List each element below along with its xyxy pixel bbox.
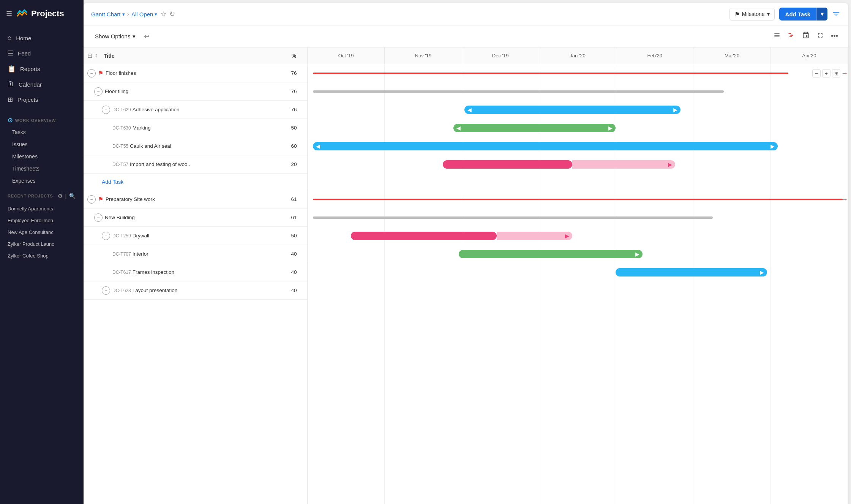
expand-dc-t623[interactable]: − bbox=[102, 286, 110, 295]
recent-projects-section: RECENT PROJECTS ⚙ | 🔍 bbox=[0, 187, 84, 201]
milestone-label: Milestone bbox=[742, 11, 765, 17]
sort-icon[interactable]: ↕ bbox=[95, 52, 98, 59]
expand-prep-site[interactable]: − bbox=[87, 195, 96, 204]
sidebar-item-home[interactable]: ⌂ Home bbox=[0, 30, 84, 46]
task-title: New Building bbox=[105, 215, 284, 220]
undo-button[interactable]: ↩ bbox=[142, 31, 151, 42]
filter-icon[interactable] bbox=[832, 9, 840, 19]
sidebar-item-tasks[interactable]: Tasks bbox=[0, 126, 84, 138]
bar-dc-t629[interactable]: ◀ ▶ bbox=[464, 106, 680, 114]
breadcrumb: Gantt Chart ▾ › All Open ▾ bbox=[91, 11, 157, 17]
add-task-button[interactable]: Add Task ▾ bbox=[779, 8, 827, 21]
bar-minus-btn[interactable]: − bbox=[812, 69, 821, 77]
task-title: Preparatory Site work bbox=[106, 196, 284, 202]
sidebar-item-issues[interactable]: Issues bbox=[0, 138, 84, 150]
bar-prep-site[interactable] bbox=[313, 199, 843, 200]
sidebar-item-milestones[interactable]: Milestones bbox=[0, 150, 84, 163]
bar-floor-tiling[interactable] bbox=[313, 90, 723, 93]
expand-floor-tiling[interactable]: − bbox=[94, 87, 103, 96]
add-task-main[interactable]: Add Task bbox=[779, 8, 816, 21]
expand-floor-finishes[interactable]: − bbox=[87, 69, 96, 77]
svg-rect-2 bbox=[789, 36, 792, 38]
expand-new-building[interactable]: − bbox=[94, 213, 103, 222]
recent-project-2[interactable]: New Age Consultanc bbox=[0, 226, 84, 238]
table-row: − Floor tiling 76 bbox=[84, 82, 307, 101]
gantt-months: Oct '19 Nov '19 Dec '19 Jan '20 Feb'20 M… bbox=[308, 47, 848, 64]
view-list-icon[interactable] bbox=[771, 29, 783, 43]
work-overview-section: ⊙ WORK OVERVIEW bbox=[0, 111, 84, 126]
breadcrumb-all-open-label: All Open bbox=[131, 11, 153, 17]
recent-project-0[interactable]: Donnelly Apartments bbox=[0, 203, 84, 215]
bar-dc-t630[interactable]: ◀ ▶ bbox=[453, 124, 616, 132]
sidebar-item-expenses[interactable]: Expenses bbox=[0, 175, 84, 187]
expand-dc-t629[interactable]: − bbox=[102, 106, 110, 114]
gantt-container: ⊟ ↕ Title % − ⚑ Floor finishes 76 − Floo… bbox=[84, 47, 848, 504]
add-task-link[interactable]: Add Task bbox=[102, 179, 123, 185]
bar-right-arrow: ▶ bbox=[668, 161, 672, 167]
table-row: DC-T630Marking 50 bbox=[84, 119, 307, 137]
bar-floor-finishes[interactable] bbox=[313, 73, 788, 74]
add-task-dropdown-arrow[interactable]: ▾ bbox=[816, 8, 827, 21]
work-overview-label: WORK OVERVIEW bbox=[15, 118, 56, 123]
bar-dc-t617[interactable]: ▶ bbox=[616, 268, 767, 276]
sidebar-item-feed[interactable]: ☰ Feed bbox=[0, 46, 84, 61]
recent-project-3[interactable]: Zylker Product Launc bbox=[0, 238, 84, 250]
bar-dc-t57-solid[interactable] bbox=[443, 160, 573, 169]
topbar-actions: ⚑ Milestone ▾ Add Task ▾ bbox=[729, 8, 840, 21]
logo: Projects bbox=[16, 8, 64, 20]
search-recent-icon[interactable]: 🔍 bbox=[69, 193, 76, 199]
month-dec19: Dec '19 bbox=[462, 47, 539, 64]
bar-dc-t707[interactable]: ▶ bbox=[459, 250, 643, 258]
sidebar-item-calendar-label: Calendar bbox=[19, 81, 42, 88]
task-pct: 60 bbox=[284, 143, 303, 149]
bar-dc-t57-light[interactable]: ▶ bbox=[572, 160, 675, 169]
bar-right-arrow: ▶ bbox=[770, 143, 775, 149]
sidebar-item-calendar[interactable]: 🗓 Calendar bbox=[0, 77, 84, 92]
gantt-chart: Oct '19 Nov '19 Dec '19 Jan '20 Feb'20 M… bbox=[308, 47, 848, 504]
bar-new-building[interactable] bbox=[313, 216, 713, 219]
table-row: DC-T55Caulk and Air seal 60 bbox=[84, 137, 307, 155]
task-pct: 61 bbox=[284, 196, 303, 202]
favorite-icon[interactable]: ☆ bbox=[160, 10, 166, 18]
view-gantt-icon[interactable] bbox=[785, 29, 797, 43]
projects-icon: ⊞ bbox=[8, 96, 13, 104]
work-overview-icon: ⊙ bbox=[8, 117, 13, 124]
breadcrumb-all-open[interactable]: All Open ▾ bbox=[131, 11, 158, 17]
sidebar-item-reports[interactable]: 📋 Reports bbox=[0, 61, 84, 77]
view-calendar-icon[interactable] bbox=[800, 29, 812, 43]
bar-row-new-building bbox=[308, 209, 848, 227]
breadcrumb-gantt-chart[interactable]: Gantt Chart ▾ bbox=[91, 11, 125, 17]
task-title: Floor finishes bbox=[106, 70, 284, 76]
sidebar-item-timesheets[interactable]: Timesheets bbox=[0, 163, 84, 175]
fullscreen-icon[interactable] bbox=[814, 29, 826, 43]
milestone-button[interactable]: ⚑ Milestone ▾ bbox=[729, 8, 775, 21]
bar-dc-t55[interactable]: ◀ ▶ bbox=[313, 142, 778, 150]
sidebar-nav: ⌂ Home ☰ Feed 📋 Reports 🗓 Calendar ⊞ Pro… bbox=[0, 27, 84, 111]
bar-dc-t259-solid[interactable] bbox=[351, 232, 497, 240]
sidebar-header: ☰ Projects bbox=[0, 0, 84, 27]
breadcrumb-separator: › bbox=[127, 11, 129, 17]
sidebar-item-projects[interactable]: ⊞ Projects bbox=[0, 92, 84, 107]
bar-row-floor-tiling bbox=[308, 82, 848, 101]
recent-project-1[interactable]: Employee Enrollmen bbox=[0, 215, 84, 226]
task-pct: 50 bbox=[284, 125, 303, 131]
table-row: − DC-T629Adhesive application 76 bbox=[84, 101, 307, 119]
bar-plus-btn[interactable]: + bbox=[822, 69, 830, 77]
expand-dc-t259[interactable]: − bbox=[102, 232, 110, 240]
gantt-bars: → − + ⊞ ◀ bbox=[308, 64, 848, 504]
hamburger-icon[interactable]: ☰ bbox=[6, 9, 12, 18]
gantt-table: ⊟ ↕ Title % − ⚑ Floor finishes 76 − Floo… bbox=[84, 47, 308, 504]
table-row: − ⚑ Preparatory Site work 61 bbox=[84, 190, 307, 209]
bar-expand-btn[interactable]: ⊞ bbox=[832, 69, 840, 77]
app-title: Projects bbox=[31, 9, 64, 19]
expand-all-icon[interactable]: ⊟ bbox=[87, 52, 92, 59]
more-options-icon[interactable]: ••• bbox=[829, 30, 840, 43]
main-content: Gantt Chart ▾ › All Open ▾ ☆ ↻ ⚑ Milesto… bbox=[84, 3, 848, 504]
task-pct: 76 bbox=[284, 88, 303, 94]
recent-project-4[interactable]: Zylker Cofee Shop bbox=[0, 250, 84, 262]
show-options-button[interactable]: Show Options ▾ bbox=[91, 31, 139, 42]
refresh-icon[interactable]: ↻ bbox=[169, 10, 175, 18]
bar-dc-t259-light[interactable]: ▶ bbox=[497, 232, 572, 240]
home-icon: ⌂ bbox=[8, 34, 11, 42]
filter-recent-icon[interactable]: ⚙ bbox=[58, 193, 63, 199]
